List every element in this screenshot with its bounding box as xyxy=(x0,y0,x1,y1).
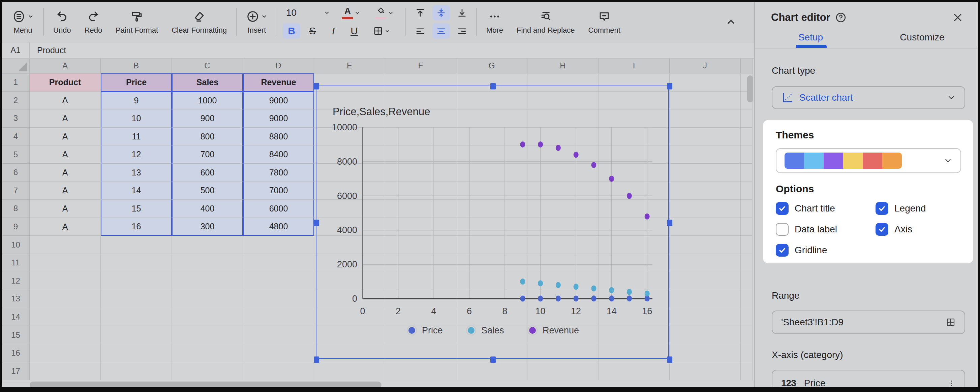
cell-A17[interactable] xyxy=(30,362,101,381)
checkbox-checked[interactable] xyxy=(776,244,789,257)
cell-A10[interactable] xyxy=(30,236,101,254)
row-header-1[interactable]: 1 xyxy=(2,73,30,92)
row-header-15[interactable]: 15 xyxy=(2,326,30,344)
row-header-6[interactable]: 6 xyxy=(2,163,30,182)
cell-B9[interactable]: 16 xyxy=(101,218,172,236)
cell-C2[interactable]: 1000 xyxy=(172,92,243,110)
column-header-b[interactable]: B xyxy=(101,59,172,73)
cell-A2[interactable]: A xyxy=(30,92,101,110)
cell-B17[interactable] xyxy=(101,362,172,381)
cell-C3[interactable]: 900 xyxy=(172,110,243,128)
cell-B14[interactable] xyxy=(101,308,172,326)
kebab-menu-icon[interactable] xyxy=(947,379,956,387)
cell-J15[interactable] xyxy=(670,326,741,344)
cell-J17[interactable] xyxy=(670,362,741,381)
cell-D3[interactable]: 9000 xyxy=(243,110,314,128)
column-header-g[interactable]: G xyxy=(456,59,527,73)
valign-bottom-button[interactable] xyxy=(453,5,471,21)
cell-J6[interactable] xyxy=(670,163,741,182)
cell-D8[interactable]: 6000 xyxy=(243,200,314,218)
cell-A12[interactable] xyxy=(30,272,101,290)
halign-center-button[interactable] xyxy=(433,23,450,39)
valign-middle-button[interactable] xyxy=(433,5,450,21)
column-header-f[interactable]: F xyxy=(385,59,456,73)
chart-resize-handle[interactable] xyxy=(667,220,672,226)
cell-A7[interactable]: A xyxy=(30,182,101,200)
range-input[interactable]: 'Sheet3'!B1:D9 xyxy=(772,311,965,334)
underline-button[interactable]: U xyxy=(345,23,363,39)
cell-reference-box[interactable]: A1 xyxy=(2,43,30,58)
cell-D13[interactable] xyxy=(243,290,314,308)
insert-button[interactable]: Insert xyxy=(240,2,274,42)
cell-C11[interactable] xyxy=(172,254,243,272)
cell-D9[interactable]: 4800 xyxy=(243,218,314,236)
cell-A15[interactable] xyxy=(30,326,101,344)
row-header-7[interactable]: 7 xyxy=(2,182,30,200)
cell-C17[interactable] xyxy=(172,362,243,381)
cell-J13[interactable] xyxy=(670,290,741,308)
cell-J4[interactable] xyxy=(670,128,741,146)
row-header-9[interactable]: 9 xyxy=(2,218,30,236)
cell-D11[interactable] xyxy=(243,254,314,272)
cell-J16[interactable] xyxy=(670,344,741,362)
row-header-16[interactable]: 16 xyxy=(2,344,30,362)
bold-button[interactable]: B xyxy=(283,23,300,39)
close-icon[interactable] xyxy=(952,12,963,23)
cell-C7[interactable]: 500 xyxy=(172,182,243,200)
horizontal-scrollbar-thumb[interactable] xyxy=(30,382,382,387)
column-header-c[interactable]: C xyxy=(172,59,243,73)
row-header-14[interactable]: 14 xyxy=(2,308,30,326)
vertical-scrollbar-thumb[interactable] xyxy=(747,75,753,102)
cell-D17[interactable] xyxy=(243,362,314,381)
cell-B8[interactable]: 15 xyxy=(101,200,172,218)
cell-G17[interactable] xyxy=(456,362,527,381)
row-header-3[interactable]: 3 xyxy=(2,110,30,128)
cell-C15[interactable] xyxy=(172,326,243,344)
cell-J1[interactable] xyxy=(670,73,741,92)
cell-C1[interactable]: Sales xyxy=(172,73,243,92)
select-all-corner[interactable] xyxy=(2,59,30,73)
cell-J5[interactable] xyxy=(670,146,741,163)
row-header-13[interactable]: 13 xyxy=(2,290,30,308)
cell-C16[interactable] xyxy=(172,344,243,362)
x-axis-field[interactable]: 123 Price xyxy=(772,370,965,387)
column-header-j[interactable]: J xyxy=(670,59,741,73)
cell-A5[interactable]: A xyxy=(30,146,101,163)
text-color-button[interactable]: A xyxy=(337,5,366,21)
cell-J2[interactable] xyxy=(670,92,741,110)
cell-D15[interactable] xyxy=(243,326,314,344)
chart-resize-handle[interactable] xyxy=(314,220,319,226)
cell-C12[interactable] xyxy=(172,272,243,290)
cell-D7[interactable]: 7000 xyxy=(243,182,314,200)
cell-D12[interactable] xyxy=(243,272,314,290)
cell-C9[interactable]: 300 xyxy=(172,218,243,236)
cell-A9[interactable]: A xyxy=(30,218,101,236)
cell-A1[interactable]: Product xyxy=(30,73,101,92)
chart-resize-handle[interactable] xyxy=(667,357,672,363)
column-header-a[interactable]: A xyxy=(30,59,101,73)
find-replace-button[interactable]: Find and Replace xyxy=(510,2,581,42)
comment-button[interactable]: Comment xyxy=(582,2,627,42)
cell-C14[interactable] xyxy=(172,308,243,326)
tab-customize[interactable]: Customize xyxy=(866,27,978,48)
cell-C6[interactable]: 600 xyxy=(172,163,243,182)
valign-top-button[interactable] xyxy=(412,5,429,21)
cell-B10[interactable] xyxy=(101,236,172,254)
redo-button[interactable]: Redo xyxy=(78,2,109,42)
cell-B16[interactable] xyxy=(101,344,172,362)
halign-right-button[interactable] xyxy=(453,23,471,39)
chart-resize-handle[interactable] xyxy=(314,83,319,90)
row-header-10[interactable]: 10 xyxy=(2,236,30,254)
cell-J14[interactable] xyxy=(670,308,741,326)
formula-input[interactable]: Product xyxy=(30,46,66,55)
cell-A4[interactable]: A xyxy=(30,128,101,146)
embedded-chart[interactable]: 02000400060008000100000246810121416Price… xyxy=(316,86,669,359)
cell-D6[interactable]: 7800 xyxy=(243,163,314,182)
cell-B15[interactable] xyxy=(101,326,172,344)
paint-format-button[interactable]: Paint Format xyxy=(109,2,165,42)
cell-B3[interactable]: 10 xyxy=(101,110,172,128)
chart-type-select[interactable]: Scatter chart xyxy=(772,86,965,109)
cell-B11[interactable] xyxy=(101,254,172,272)
option-axis[interactable]: Axis xyxy=(875,223,964,236)
cell-D14[interactable] xyxy=(243,308,314,326)
